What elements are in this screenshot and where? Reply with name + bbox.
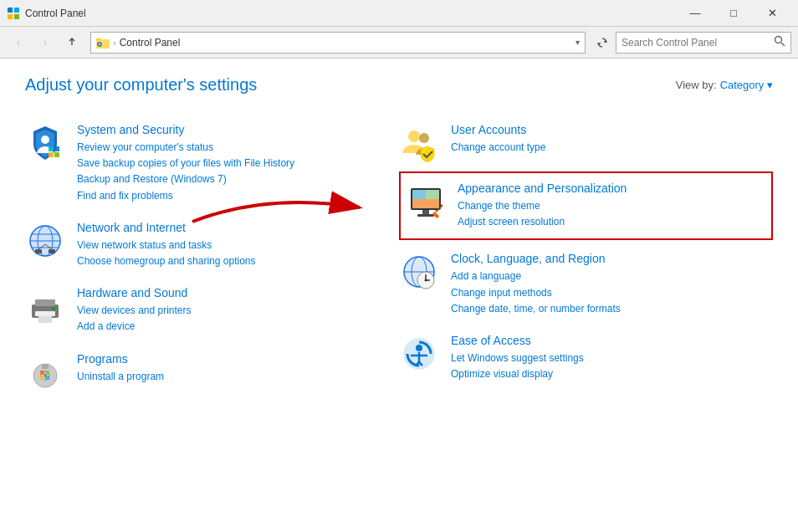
category-user-accounts: User Accounts Change account type <box>399 115 773 171</box>
view-by: View by: Category ▾ <box>676 79 773 91</box>
app-icon <box>7 7 20 20</box>
category-system-security: System and Security Review your computer… <box>25 115 399 212</box>
network-title[interactable]: Network and Internet <box>77 221 386 234</box>
address-separator: › <box>113 38 116 48</box>
system-security-title[interactable]: System and Security <box>77 123 386 136</box>
svg-rect-30 <box>38 316 52 323</box>
link-change-date[interactable]: Change date, time, or number formats <box>451 301 760 317</box>
svg-point-37 <box>419 133 429 143</box>
appearance-title[interactable]: Appearance and Personalization <box>458 182 766 195</box>
link-backup-restore[interactable]: Backup and Restore (Windows 7) <box>77 171 386 187</box>
page-header: Adjust your computer's settings View by:… <box>25 75 773 95</box>
categories-grid: System and Security Review your computer… <box>25 115 773 401</box>
address-dropdown[interactable]: ▾ <box>575 38 580 47</box>
link-adjust-resolution[interactable]: Adjust screen resolution <box>458 214 766 230</box>
view-by-label: View by: <box>676 79 717 91</box>
link-optimize-display[interactable]: Optimize visual display <box>451 366 760 382</box>
minimize-button[interactable]: — <box>676 0 714 27</box>
svg-rect-40 <box>412 190 426 199</box>
svg-rect-15 <box>49 152 54 157</box>
svg-rect-2 <box>8 14 13 19</box>
user-accounts-title[interactable]: User Accounts <box>451 123 760 136</box>
search-input[interactable] <box>622 37 770 49</box>
link-add-device[interactable]: Add a device <box>77 319 386 335</box>
folder-icon <box>96 36 110 49</box>
svg-rect-28 <box>35 299 55 306</box>
title-bar: Control Panel — □ ✕ <box>0 0 798 27</box>
ease-content: Ease of Access Let Windows suggest setti… <box>451 334 760 382</box>
hardware-title[interactable]: Hardware and Sound <box>77 286 386 299</box>
svg-rect-24 <box>49 249 55 253</box>
svg-rect-0 <box>8 8 13 13</box>
view-by-dropdown[interactable]: Category ▾ <box>720 79 773 91</box>
svg-rect-35 <box>42 364 49 369</box>
svg-rect-3 <box>14 14 19 19</box>
svg-rect-41 <box>426 190 439 199</box>
search-box[interactable] <box>616 32 791 54</box>
svg-rect-1 <box>14 8 19 13</box>
appearance-content: Appearance and Personalization Change th… <box>458 182 766 230</box>
programs-icon <box>25 352 65 392</box>
back-button[interactable]: ‹ <box>7 31 30 54</box>
search-button[interactable] <box>774 35 785 49</box>
link-review-status[interactable]: Review your computer's status <box>77 140 386 156</box>
window-title: Control Panel <box>25 8 86 19</box>
link-homegroup[interactable]: Choose homegroup and sharing options <box>77 253 386 269</box>
svg-line-10 <box>781 43 785 46</box>
system-security-icon <box>25 123 65 163</box>
svg-rect-14 <box>54 146 59 151</box>
refresh-button[interactable] <box>592 33 612 53</box>
page-title: Adjust your computer's settings <box>25 75 257 95</box>
svg-rect-44 <box>417 214 434 217</box>
ease-icon <box>399 334 439 374</box>
up-icon <box>67 38 77 48</box>
category-clock: Clock, Language, and Region Add a langua… <box>399 243 773 325</box>
close-button[interactable]: ✕ <box>753 0 791 27</box>
clock-icon <box>399 252 439 292</box>
system-security-content: System and Security Review your computer… <box>77 123 386 204</box>
svg-rect-13 <box>49 146 54 151</box>
link-view-devices[interactable]: View devices and printers <box>77 303 386 319</box>
hardware-icon <box>25 286 65 326</box>
window-controls: — □ ✕ <box>676 0 791 27</box>
left-column: System and Security Review your computer… <box>25 115 399 401</box>
network-icon <box>25 221 65 261</box>
link-change-account-type[interactable]: Change account type <box>451 140 760 156</box>
link-uninstall[interactable]: Uninstall a program <box>77 369 386 385</box>
programs-title[interactable]: Programs <box>77 352 386 366</box>
svg-rect-43 <box>422 210 429 214</box>
link-save-backup[interactable]: Save backup copies of your files with Fi… <box>77 156 386 171</box>
category-hardware: Hardware and Sound View devices and prin… <box>25 278 399 343</box>
category-network: Network and Internet View network status… <box>25 212 399 278</box>
up-button[interactable] <box>60 31 84 54</box>
clock-content: Clock, Language, and Region Add a langua… <box>451 252 760 317</box>
link-find-fix[interactable]: Find and fix problems <box>77 188 386 204</box>
maximize-button[interactable]: □ <box>714 0 753 27</box>
svg-rect-29 <box>35 311 55 316</box>
link-windows-suggest[interactable]: Let Windows suggest settings <box>451 350 760 366</box>
forward-button[interactable]: › <box>33 31 57 54</box>
svg-point-57 <box>416 345 422 351</box>
user-accounts-icon <box>399 123 439 163</box>
link-change-input[interactable]: Change input methods <box>451 285 760 301</box>
svg-rect-42 <box>412 199 439 208</box>
svg-point-31 <box>52 307 55 310</box>
ease-title[interactable]: Ease of Access <box>451 334 760 347</box>
svg-point-9 <box>775 37 782 43</box>
appearance-icon <box>406 182 446 222</box>
programs-content: Programs Uninstall a program <box>77 352 386 385</box>
appearance-section-inner: Appearance and Personalization Change th… <box>406 178 766 233</box>
clock-title[interactable]: Clock, Language, and Region <box>451 252 760 265</box>
link-view-network[interactable]: View network status and tasks <box>77 238 386 253</box>
search-icon <box>774 35 785 47</box>
svg-rect-16 <box>54 152 59 157</box>
right-column: User Accounts Change account type <box>399 115 773 401</box>
svg-point-36 <box>408 130 420 142</box>
link-change-theme[interactable]: Change the theme <box>458 198 766 214</box>
link-add-language[interactable]: Add a language <box>451 269 760 284</box>
address-bar[interactable]: › Control Panel ▾ <box>90 32 586 54</box>
address-text: Control Panel <box>120 37 572 49</box>
refresh-icon <box>596 37 608 49</box>
title-bar-left: Control Panel <box>7 7 86 20</box>
network-content: Network and Internet View network status… <box>77 221 386 269</box>
